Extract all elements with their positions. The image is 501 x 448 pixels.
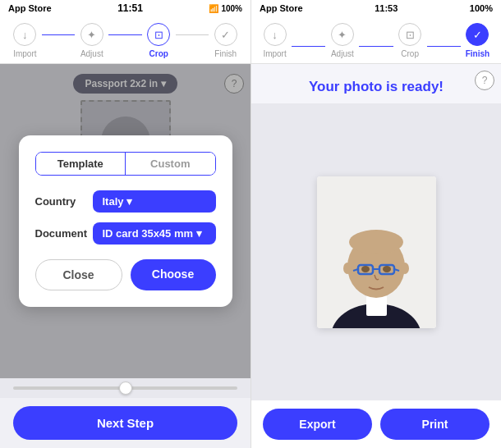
modal-buttons: Close Choose: [35, 259, 216, 290]
step-finish-label: Finish: [214, 49, 237, 58]
step-finish[interactable]: ✓ Finish: [209, 23, 242, 58]
left-content-area: Passport 2x2 in ▾ ? Template Custom: [0, 64, 250, 378]
country-label: Country: [35, 195, 93, 208]
slider-track[interactable]: [13, 386, 237, 390]
right-step-crop-icon: ⊡: [398, 23, 421, 46]
left-nav-steps: ↓ Import ✦ Adjust ⊡ Crop ✓ Finish: [0, 16, 250, 64]
choose-button[interactable]: Choose: [131, 259, 216, 290]
right-step-finish-icon: ✓: [466, 23, 489, 46]
step-import-label: Import: [13, 49, 36, 58]
print-button[interactable]: Print: [380, 409, 490, 440]
document-label: Document: [35, 227, 93, 240]
right-battery-icon: 100%: [470, 3, 493, 13]
step-adjust[interactable]: ✦ Adjust: [75, 23, 108, 58]
right-step-import-icon: ↓: [264, 23, 287, 46]
right-content: Your photo is ready! ?: [251, 64, 501, 448]
step-adjust-label: Adjust: [80, 49, 103, 58]
right-step-adjust-label: Adjust: [331, 49, 354, 58]
right-step-import-label: Import: [263, 49, 286, 58]
custom-tab[interactable]: Custom: [126, 153, 215, 175]
close-button[interactable]: Close: [35, 259, 122, 290]
template-modal: Template Custom Country Italy ▾ Document: [19, 135, 232, 307]
export-button[interactable]: Export: [263, 409, 372, 440]
left-time: 11:51: [117, 2, 143, 14]
slider-area: [0, 378, 250, 398]
step-adjust-icon: ✦: [80, 23, 103, 46]
right-battery: 100%: [470, 3, 493, 13]
step-divider-1: [42, 34, 76, 35]
svg-point-10: [361, 266, 370, 272]
svg-point-13: [401, 263, 409, 274]
right-help-button[interactable]: ?: [475, 71, 494, 90]
country-row: Country Italy ▾: [35, 190, 216, 213]
right-step-adjust[interactable]: ✦ Adjust: [325, 23, 359, 58]
right-divider-3: [427, 46, 461, 47]
right-divider-2: [359, 46, 393, 47]
ready-title: Your photo is ready!: [301, 67, 452, 103]
step-finish-icon: ✓: [214, 23, 237, 46]
left-carrier: App Store: [8, 3, 52, 13]
right-step-crop[interactable]: ⊡ Crop: [393, 23, 427, 58]
left-status-bar: App Store 11:51 📶 100%: [0, 0, 250, 16]
step-divider-2: [108, 34, 142, 35]
next-step-button[interactable]: Next Step: [13, 406, 237, 440]
right-step-adjust-icon: ✦: [331, 23, 354, 46]
photo-result-area: [251, 103, 501, 400]
step-crop[interactable]: ⊡ Crop: [142, 23, 176, 58]
right-panel: App Store 11:53 100% ↓ Import ✦ Adjust ⊡…: [250, 0, 501, 448]
right-step-finish-label: Finish: [466, 49, 490, 58]
step-divider-3: [176, 34, 209, 35]
template-tab[interactable]: Template: [36, 153, 126, 175]
right-step-crop-label: Crop: [401, 49, 419, 58]
step-crop-label: Crop: [149, 49, 168, 58]
right-carrier: App Store: [260, 3, 303, 13]
signal-icon: 📶: [209, 4, 218, 13]
right-divider-1: [292, 46, 325, 47]
right-nav-steps: ↓ Import ✦ Adjust ⊡ Crop ✓ Finish: [251, 16, 501, 64]
left-battery: 📶 100%: [209, 4, 242, 13]
person-photo: [317, 176, 436, 328]
svg-rect-2: [366, 295, 387, 316]
document-row: Document ID card 35x45 mm ▾: [35, 222, 216, 245]
template-custom-toggle: Template Custom: [35, 152, 216, 176]
step-import-icon: ↓: [13, 23, 36, 46]
right-step-finish[interactable]: ✓ Finish: [461, 23, 494, 58]
svg-point-4: [349, 230, 403, 254]
bottom-buttons: Export Print: [251, 400, 501, 448]
right-time: 11:53: [375, 3, 398, 13]
slider-thumb[interactable]: [119, 382, 132, 395]
country-select[interactable]: Italy ▾: [93, 190, 216, 213]
right-status-bar: App Store 11:53 100%: [251, 0, 501, 16]
left-panel: App Store 11:51 📶 100% ↓ Import ✦ Adjust…: [0, 0, 250, 448]
right-step-import[interactable]: ↓ Import: [258, 23, 292, 58]
modal-overlay: Template Custom Country Italy ▾ Document: [0, 64, 250, 378]
svg-point-12: [343, 263, 352, 274]
step-crop-icon: ⊡: [147, 23, 170, 46]
battery-icon: 100%: [221, 4, 242, 13]
step-import[interactable]: ↓ Import: [8, 23, 42, 58]
photo-result: [317, 176, 436, 328]
svg-point-11: [383, 266, 391, 272]
document-select[interactable]: ID card 35x45 mm ▾: [93, 222, 216, 245]
